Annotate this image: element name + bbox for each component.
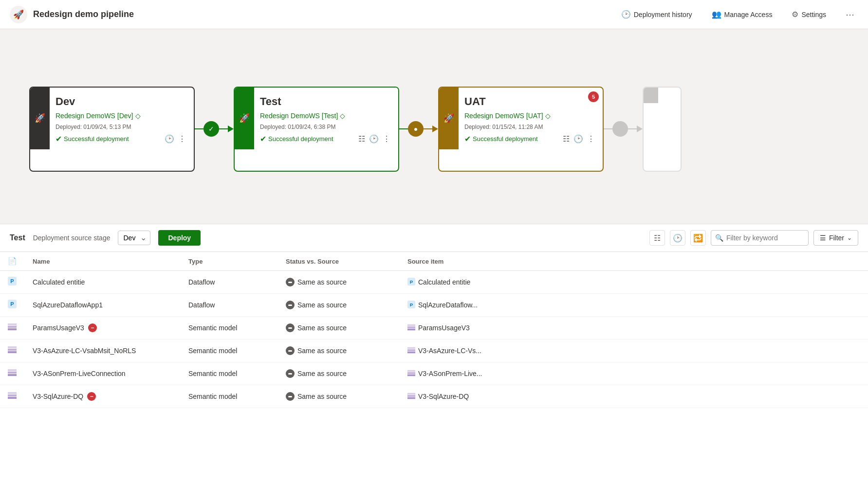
row-source-cell: V3-AsAzure-LC-Vs... xyxy=(400,340,868,362)
arrow-test-uat: ● xyxy=(399,121,438,137)
dev-more-icon[interactable]: ⋮ xyxy=(178,134,186,143)
header-actions: 🕑 Deployment history 👥 Manage Access ⚙ S… xyxy=(617,7,858,22)
table-row: P SqlAzureDataflowApp1 Dataflow Same as … xyxy=(0,294,868,317)
source-name: Calculated entitie xyxy=(418,278,470,286)
uat-check-icon: ✔ xyxy=(464,134,471,143)
header-left: 🚀 Redesign demo pipeline xyxy=(10,6,617,23)
row-type-icon xyxy=(8,370,17,378)
more-options-button[interactable]: ⋯ xyxy=(842,7,858,22)
source-item: ParamsUsageV3 xyxy=(407,323,860,333)
test-history-icon[interactable]: 🕑 xyxy=(369,134,379,143)
svg-rect-20 xyxy=(8,369,17,371)
svg-rect-10 xyxy=(8,328,17,330)
row-type-icon xyxy=(8,393,17,401)
row-status-cell: Same as source xyxy=(278,362,400,385)
row-status-cell: Same as source xyxy=(278,294,400,317)
col-header-type: Type xyxy=(181,252,278,271)
row-status-cell: Same as source xyxy=(278,340,400,362)
svg-rect-9 xyxy=(8,326,17,328)
row-icon-cell xyxy=(0,340,25,362)
svg-rect-13 xyxy=(407,328,415,330)
row-source-cell: P SqlAzureDataflow... xyxy=(400,294,868,317)
row-type-cell: Semantic model xyxy=(181,317,278,340)
share-button[interactable]: 🔁 xyxy=(690,230,706,246)
uat-stage-name: UAT xyxy=(464,95,595,108)
svg-rect-27 xyxy=(8,394,17,396)
status-same: Same as source xyxy=(286,301,392,309)
row-icon-cell xyxy=(0,317,25,340)
deploy-button[interactable]: Deploy xyxy=(158,230,201,246)
source-name: ParamsUsageV3 xyxy=(418,324,470,332)
status-dot xyxy=(286,392,295,401)
uat-more-icon[interactable]: ⋮ xyxy=(587,134,595,143)
arrow-circle-1: ✓ xyxy=(203,121,219,137)
source-icon xyxy=(407,346,415,356)
uat-compare-icon[interactable]: ☷ xyxy=(563,134,570,143)
deployment-source-label: Deployment source stage xyxy=(33,234,111,242)
row-type-cell: Semantic model xyxy=(181,340,278,362)
test-actions: ☷ 🕑 ⋮ xyxy=(358,134,390,143)
bottom-toolbar: Test Deployment source stage Dev Test UA… xyxy=(0,224,868,252)
settings-icon: ⚙ xyxy=(792,10,798,19)
uat-sidebar-icon: 🚀 xyxy=(443,113,454,124)
uat-footer: ✔ Successful deployment ☷ 🕑 ⋮ xyxy=(464,134,595,143)
row-source-cell: V3-SqlAzure-DQ xyxy=(400,385,868,408)
test-more-icon[interactable]: ⋮ xyxy=(383,134,390,143)
uat-history-icon[interactable]: 🕑 xyxy=(573,134,583,143)
dev-workspace: Redesign DemoWS [Dev] ◇ xyxy=(55,112,186,120)
status-same: Same as source xyxy=(286,278,392,286)
stage-card-uat: 5 🚀 UAT Redesign DemoWS [UAT] ◇ Deployed… xyxy=(438,87,604,172)
status-dot xyxy=(286,323,295,332)
row-name: ParamsUsageV3 xyxy=(33,324,84,332)
svg-rect-31 xyxy=(407,397,415,399)
svg-rect-16 xyxy=(8,351,17,353)
source-name: V3-ASonPrem-Live... xyxy=(418,370,482,377)
svg-rect-14 xyxy=(8,346,17,348)
svg-rect-15 xyxy=(8,349,17,351)
search-input[interactable] xyxy=(726,234,804,242)
arrow-line-2 xyxy=(399,128,408,129)
table-area: 📄 Name Type Status vs. Source Source ite… xyxy=(0,252,868,483)
dev-actions: 🕑 ⋮ xyxy=(165,134,186,143)
uat-diamond-icon: ◇ xyxy=(545,112,551,120)
svg-text:P: P xyxy=(410,279,413,284)
row-type-icon: P xyxy=(8,279,17,287)
test-stage-name: Test xyxy=(260,95,390,108)
svg-text:P: P xyxy=(10,278,14,284)
svg-text:P: P xyxy=(410,302,413,307)
dev-history-icon[interactable]: 🕑 xyxy=(165,134,174,143)
manage-access-button[interactable]: 👥 Manage Access xyxy=(708,8,776,21)
dev-sidebar-icon: 🚀 xyxy=(35,113,45,124)
stage-card-test: 🚀 Test Redesign DemoWS [Test] ◇ Deployed… xyxy=(234,87,399,172)
test-footer: ✔ Successful deployment ☷ 🕑 ⋮ xyxy=(260,134,390,143)
history-icon: 🕑 xyxy=(621,10,631,19)
source-icon: P xyxy=(407,278,415,287)
uat-badge: 5 xyxy=(588,91,599,102)
settings-button[interactable]: ⚙ Settings xyxy=(788,8,830,21)
view-toggle-button[interactable]: ☷ xyxy=(649,230,665,246)
arrow-line-3b xyxy=(628,128,637,129)
row-name-cell: SqlAzureDataflowApp1 xyxy=(25,294,181,317)
row-type-cell: Dataflow xyxy=(181,271,278,294)
status-same: Same as source xyxy=(286,323,392,332)
uat-content: UAT Redesign DemoWS [UAT] ◇ Deployed: 01… xyxy=(459,88,603,149)
filter-button[interactable]: ☰ Filter ⌄ xyxy=(813,230,858,246)
test-workspace: Redesign DemoWS [Test] ◇ xyxy=(260,112,390,120)
stage-select[interactable]: Dev Test UAT xyxy=(118,231,150,245)
arrow-head-3 xyxy=(637,125,643,132)
row-name-cell: ParamsUsageV3 − xyxy=(25,317,181,340)
row-name: Calculated entitie xyxy=(33,278,85,286)
svg-rect-19 xyxy=(407,351,415,353)
row-type-icon: P xyxy=(8,302,17,310)
uat-sidebar: 🚀 xyxy=(439,88,459,149)
status-dot xyxy=(286,346,295,355)
svg-rect-17 xyxy=(407,347,415,349)
row-name-cell: Calculated entitie xyxy=(25,271,181,294)
table-row: ParamsUsageV3 − Semantic model Same as s… xyxy=(0,317,868,340)
svg-rect-8 xyxy=(8,323,17,325)
row-icon-cell xyxy=(0,385,25,408)
test-compare-icon[interactable]: ☷ xyxy=(358,134,365,143)
deployment-history-button[interactable]: 🕑 Deployment history xyxy=(617,8,696,21)
history-button[interactable]: 🕑 xyxy=(670,230,685,246)
svg-rect-30 xyxy=(407,395,415,397)
